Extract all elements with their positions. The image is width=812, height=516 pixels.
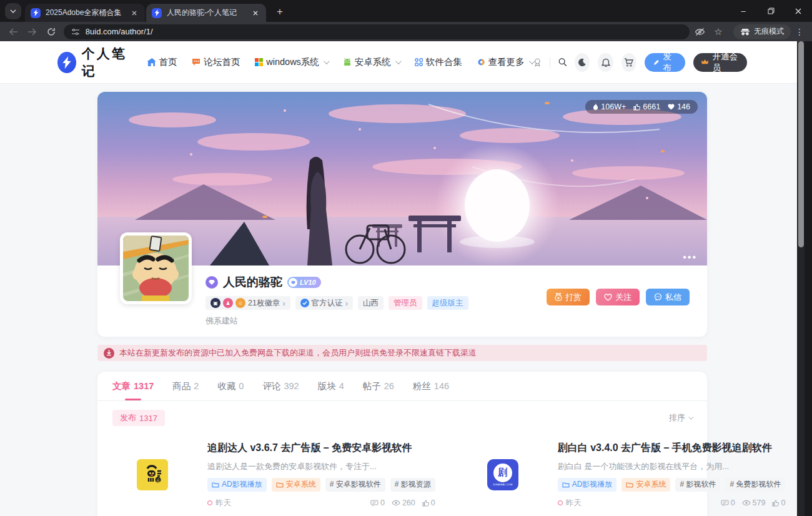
tab-posts[interactable]: 帖子26 — [363, 372, 394, 400]
article-body: 追剧达人 v3.6.7 去广告版 – 免费安卓影视软件 追剧达人是一款免费的安卓… — [207, 441, 435, 509]
article-card[interactable]: 追 追剧达人 v3.6.7 去广告版 – 免费安卓影视软件 追剧达人是一款免费的… — [97, 431, 448, 516]
hashtag-chip[interactable]: # 免费影视软件 — [725, 478, 785, 492]
follow-button[interactable]: 关注 — [596, 289, 640, 305]
banner-more-button[interactable]: ••• — [683, 252, 697, 263]
publish-button[interactable]: 发布 — [645, 53, 685, 72]
search-icon[interactable] — [558, 57, 567, 67]
new-tab-button[interactable]: + — [272, 6, 287, 18]
publish-filter-chip[interactable]: 发布1317 — [112, 410, 165, 426]
nav-item-more[interactable]: 查看更多 — [477, 56, 533, 68]
notice-text: 本站在新更新发布的资源中已加入免费网盘下载的渠道，会员用户则提供免登录不限速直链… — [119, 347, 477, 359]
thumb-up-icon — [422, 500, 429, 507]
category-chip[interactable]: AD影视播放 — [558, 478, 617, 492]
tab-search-button[interactable] — [5, 3, 21, 19]
hashtag-chip[interactable]: # 安卓影视软件 — [325, 478, 385, 492]
thumb-up-icon — [633, 104, 640, 111]
nav-item-forum[interactable]: 论坛首页 — [192, 56, 240, 68]
article-title[interactable]: 剧白白 v3.4.0 去广告版 – 手机免费影视追剧软件 — [558, 441, 786, 455]
dark-mode-toggle[interactable] — [575, 53, 590, 72]
chevron-down-icon — [324, 58, 330, 64]
tab-articles[interactable]: 文章1317 — [112, 372, 154, 400]
stat-thumbs: 6661 — [633, 102, 660, 111]
incognito-icon — [740, 28, 750, 36]
window-restore-button[interactable] — [757, 0, 785, 22]
article-thumbnail[interactable]: 剧 JUBAIBAI.COM — [448, 441, 558, 509]
username[interactable]: 人民的骆驼 — [223, 274, 282, 290]
window-close-button[interactable] — [785, 0, 812, 22]
nav-item-software[interactable]: 软件合集 — [415, 56, 462, 68]
window-controls: – — [730, 0, 812, 22]
nav-item-home[interactable]: 首页 — [147, 56, 177, 68]
nav-item-windows[interactable]: windows系统 — [255, 56, 328, 68]
location-pill: 山西 — [358, 296, 384, 310]
tab-comments[interactable]: 评论392 — [262, 372, 299, 400]
bookmark-star-icon[interactable]: ☆ — [710, 24, 727, 40]
site-favicon — [31, 8, 41, 18]
folder-icon — [626, 482, 633, 488]
tab-boards[interactable]: 版块4 — [318, 372, 344, 400]
browser-tab-2-active[interactable]: 人民的骆驼-个人笔记 — [146, 4, 266, 22]
hashtag-chip[interactable]: # 影视软件 — [675, 478, 720, 492]
category-chip[interactable]: 安卓系统 — [272, 478, 320, 492]
hashtag-chip[interactable]: # 影视资源 — [390, 478, 435, 492]
clock-ring-icon — [558, 500, 563, 505]
eye-icon — [392, 500, 400, 506]
tab-close-icon[interactable] — [250, 8, 260, 18]
browser-menu-button[interactable]: ⋮ — [792, 27, 807, 37]
site-logo-icon — [57, 52, 76, 73]
verified-pill[interactable]: 官方认证 › — [295, 296, 353, 310]
vip-button[interactable]: 开通会员 — [693, 53, 747, 72]
article-thumbnail[interactable]: 追 — [97, 441, 207, 509]
category-chip[interactable]: 安卓系统 — [621, 478, 670, 492]
chevron-right-icon: › — [282, 299, 285, 308]
badges-pill[interactable]: ▣ ♟ ☺ 21枚徽章 › — [205, 296, 290, 310]
sort-dropdown[interactable]: 排序 — [669, 412, 692, 424]
tab-close-icon[interactable] — [129, 8, 139, 18]
notifications-button[interactable] — [598, 53, 613, 72]
message-button[interactable]: 私信 — [646, 289, 690, 305]
reload-button[interactable] — [42, 24, 60, 40]
site-info-icon[interactable] — [71, 28, 80, 36]
folder-icon — [276, 482, 284, 488]
crown-icon — [701, 59, 708, 66]
browser-tab-bar: 2025Adobe全家桶合集，均为 人民的骆驼-个人笔记 + – — [0, 0, 812, 22]
forward-button[interactable] — [24, 24, 41, 40]
stat-hot: 106W+ — [593, 102, 626, 111]
page-scrollbar[interactable] — [797, 41, 805, 516]
verified-check-icon — [300, 299, 309, 307]
tab-followers[interactable]: 粉丝146 — [413, 372, 449, 400]
tab-products[interactable]: 商品2 — [172, 372, 199, 400]
comment-count: 0 — [721, 499, 735, 507]
article-title[interactable]: 追剧达人 v3.6.7 去广告版 – 免费安卓影视软件 — [207, 441, 435, 455]
folder-icon — [562, 482, 570, 488]
vip-diamond-icon — [205, 276, 218, 289]
article-list: 追 追剧达人 v3.6.7 去广告版 – 免费安卓影视软件 追剧达人是一款免费的… — [97, 429, 707, 516]
app-logo-zhuijudaren: 追 — [137, 459, 168, 490]
moon-icon — [578, 58, 587, 67]
comment-icon — [721, 500, 729, 507]
incognito-badge[interactable]: 无痕模式 — [733, 24, 791, 39]
url-text[interactable]: 8uid.com/author/1/ — [86, 27, 153, 36]
tab-favorites[interactable]: 收藏0 — [217, 372, 244, 400]
like-count: 0 — [422, 499, 435, 507]
privacy-eye-off-icon[interactable] — [691, 24, 708, 40]
category-chip[interactable]: AD影视播放 — [207, 478, 267, 492]
cart-button[interactable] — [621, 53, 636, 72]
role-admin-pill: 管理员 — [389, 296, 422, 310]
address-bar[interactable]: 8uid.com/author/1/ — [64, 24, 690, 39]
medal-icon[interactable] — [533, 57, 542, 68]
chevron-down-icon — [10, 9, 16, 13]
pencil-icon — [654, 59, 660, 66]
window-minimize-button[interactable]: – — [730, 0, 757, 22]
reward-button[interactable]: 打赏 — [547, 289, 590, 305]
scrollbar-thumb[interactable] — [798, 41, 804, 247]
article-card[interactable]: 剧 JUBAIBAI.COM 剧白白 v3.4.0 去广告版 – 手机免费影视追… — [448, 431, 798, 516]
forum-icon — [192, 58, 201, 66]
view-count: 260 — [392, 499, 415, 507]
back-button[interactable] — [5, 24, 22, 40]
stat-hearts: 146 — [668, 102, 690, 111]
site-logo[interactable]: 个人笔记 — [57, 45, 134, 80]
browser-tab-1[interactable]: 2025Adobe全家桶合集，均为 — [25, 4, 145, 22]
clock-ring-icon — [207, 500, 212, 505]
nav-item-android[interactable]: 安卓系统 — [343, 56, 400, 68]
